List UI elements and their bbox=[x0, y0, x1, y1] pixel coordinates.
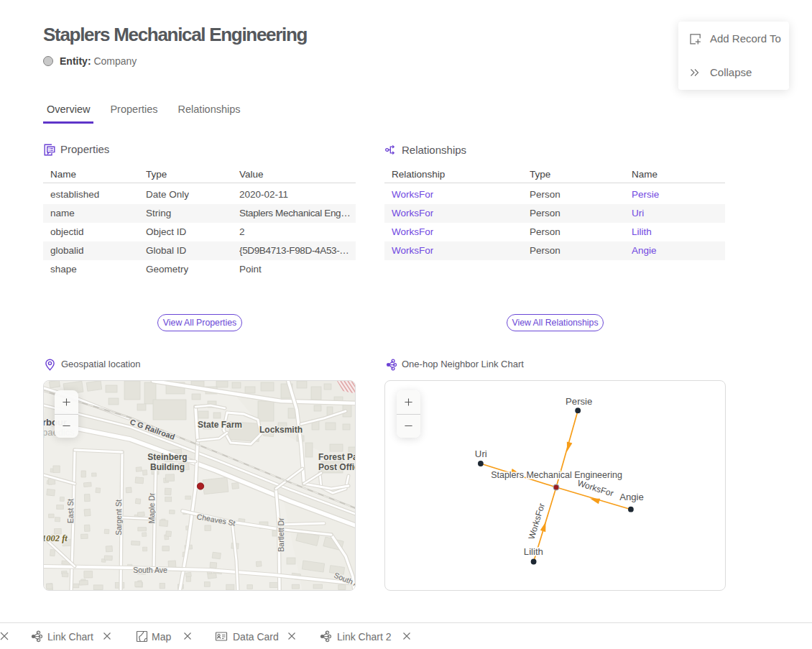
svg-text:Post Offic: Post Offic bbox=[318, 462, 356, 472]
svg-text:Sargent St: Sargent St bbox=[114, 500, 123, 535]
svg-text:Building: Building bbox=[150, 462, 185, 472]
svg-text:Lilith: Lilith bbox=[524, 546, 543, 557]
svg-text:State Farm: State Farm bbox=[198, 420, 242, 430]
svg-text:Bartlett Dr: Bartlett Dr bbox=[277, 517, 285, 552]
svg-text:Uri: Uri bbox=[475, 448, 487, 459]
svg-text:Maple Dr: Maple Dr bbox=[147, 492, 156, 523]
svg-text:Staplers Mechanical Engineerin: Staplers Mechanical Engineering bbox=[491, 470, 622, 480]
svg-text:WorksFor: WorksFor bbox=[526, 502, 547, 541]
svg-text:1002 ft: 1002 ft bbox=[44, 533, 68, 543]
svg-text:Angie: Angie bbox=[619, 492, 644, 502]
svg-text:Persie: Persie bbox=[566, 396, 592, 407]
svg-text:South Ave: South Ave bbox=[133, 566, 167, 574]
svg-text:Locksmith: Locksmith bbox=[259, 425, 303, 435]
svg-text:East St: East St bbox=[66, 499, 75, 523]
svg-text:Steinberg: Steinberg bbox=[147, 452, 187, 462]
svg-text:Forest Par: Forest Par bbox=[318, 452, 356, 462]
